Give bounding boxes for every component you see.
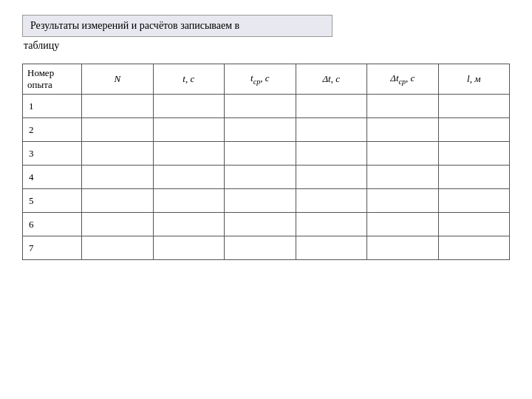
cell-5-3 — [296, 189, 367, 213]
page: Результаты измерений и расчётов записыва… — [0, 0, 532, 399]
cell-5-4 — [367, 189, 439, 213]
cell-4-5 — [438, 166, 510, 189]
cell-1-5 — [438, 95, 510, 118]
cell-6-5 — [438, 213, 510, 236]
cell-2-4 — [367, 118, 439, 142]
cell-6-2 — [225, 213, 296, 236]
cell-2-1 — [153, 118, 225, 142]
cell-3-2 — [225, 142, 296, 166]
row-number-4: 4 — [23, 166, 82, 189]
cell-2-5 — [438, 118, 510, 142]
cell-7-5 — [438, 236, 510, 260]
cell-4-3 — [296, 166, 367, 189]
cell-6-1 — [153, 213, 225, 236]
cell-7-4 — [367, 236, 439, 260]
cell-4-4 — [367, 166, 439, 189]
cell-7-2 — [225, 236, 296, 260]
col-header-tcp: tcp, c — [225, 64, 296, 95]
cell-1-4 — [367, 95, 439, 118]
cell-4-1 — [153, 166, 225, 189]
table-row: 6 — [23, 213, 510, 236]
cell-5-0 — [82, 189, 154, 213]
cell-3-3 — [296, 142, 367, 166]
row-number-5: 5 — [23, 189, 82, 213]
cell-5-1 — [153, 189, 225, 213]
table-row: 5 — [23, 189, 510, 213]
cell-4-2 — [225, 166, 296, 189]
cell-4-0 — [82, 166, 154, 189]
col-header-dtcp: Δtcp, c — [367, 64, 439, 95]
measurements-table: Номер опыта N t, c tcp, c Δt, c Δtcp, c — [22, 64, 510, 260]
cell-3-5 — [438, 142, 510, 166]
cell-2-2 — [225, 118, 296, 142]
row-number-7: 7 — [23, 236, 82, 260]
col-header-N: N — [82, 64, 154, 95]
cell-5-2 — [225, 189, 296, 213]
col-header-l: l, м — [438, 64, 510, 95]
row-number-3: 3 — [23, 142, 82, 166]
cell-6-0 — [82, 213, 154, 236]
col-header-opyt: Номер опыта — [23, 64, 82, 95]
table-row: 1 — [23, 95, 510, 118]
intro-line1: Результаты измерений и расчётов записыва… — [22, 15, 332, 37]
cell-3-0 — [82, 142, 154, 166]
intro-line2: таблицу — [24, 40, 510, 52]
cell-6-3 — [296, 213, 367, 236]
table-row: 3 — [23, 142, 510, 166]
col-header-dt: Δt, c — [296, 64, 367, 95]
table-row: 4 — [23, 166, 510, 189]
row-number-1: 1 — [23, 95, 82, 118]
cell-3-1 — [153, 142, 225, 166]
cell-5-5 — [438, 189, 510, 213]
cell-1-1 — [153, 95, 225, 118]
cell-7-0 — [82, 236, 154, 260]
cell-1-0 — [82, 95, 154, 118]
row-number-6: 6 — [23, 213, 82, 236]
cell-3-4 — [367, 142, 439, 166]
cell-6-4 — [367, 213, 439, 236]
table-row: 7 — [23, 236, 510, 260]
cell-2-3 — [296, 118, 367, 142]
cell-2-0 — [82, 118, 154, 142]
col-header-t: t, c — [153, 64, 225, 95]
row-number-2: 2 — [23, 118, 82, 142]
cell-7-3 — [296, 236, 367, 260]
table-row: 2 — [23, 118, 510, 142]
cell-1-3 — [296, 95, 367, 118]
cell-1-2 — [225, 95, 296, 118]
cell-7-1 — [153, 236, 225, 260]
